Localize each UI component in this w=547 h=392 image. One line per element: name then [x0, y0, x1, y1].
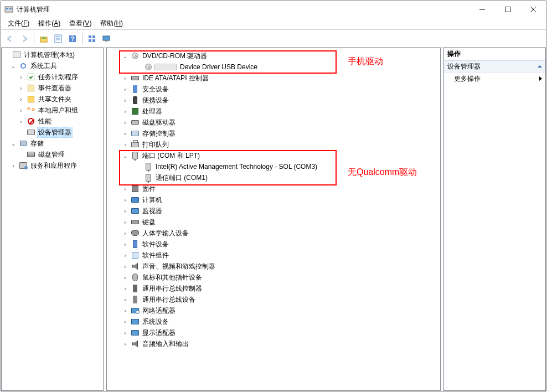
expand-icon[interactable]: › [121, 340, 129, 348]
tree-root[interactable]: 计算机管理(本地) [2, 49, 103, 60]
expand-icon[interactable]: › [121, 185, 129, 193]
expand-icon[interactable]: › [17, 106, 25, 114]
tree-disk-mgmt[interactable]: 磁盘管理 [2, 149, 103, 160]
expand-icon[interactable]: › [17, 73, 25, 81]
dev-usbdev[interactable]: › 通用串行总线设备 [109, 294, 440, 305]
expand-icon[interactable]: › [121, 218, 129, 226]
tree-local-users[interactable]: › 本地用户和组 [2, 105, 103, 116]
dev-firmware[interactable]: › 固件 [109, 183, 440, 194]
dev-keyboard[interactable]: › 键盘 [109, 216, 440, 228]
dev-mouse[interactable]: › 鼠标和其他指针设备 [109, 272, 440, 283]
expand-icon[interactable]: › [121, 96, 129, 104]
minimize-button[interactable] [469, 1, 495, 18]
expand-icon[interactable]: › [121, 74, 129, 82]
dev-monitor[interactable]: › 监视器 [109, 205, 440, 216]
dev-hid[interactable]: › 人体学输入设备 [109, 228, 440, 239]
arrow-up-icon [538, 65, 542, 68]
tree-system-tools[interactable]: ⌄ 系统工具 [2, 60, 103, 71]
dev-computer[interactable]: › 计算机 [109, 194, 440, 205]
expand-icon[interactable]: › [121, 262, 129, 270]
svg-rect-1 [6, 8, 8, 9]
expand-icon[interactable]: › [121, 251, 129, 259]
actions-context[interactable]: 设备管理器 [444, 60, 545, 73]
collapse-icon[interactable]: ⌄ [9, 140, 17, 147]
expand-icon[interactable]: › [121, 240, 129, 248]
expand-icon[interactable]: › [121, 229, 129, 237]
dev-audioio[interactable]: › 音频输入和输出 [109, 338, 440, 349]
tree-task-scheduler[interactable]: › 任务计划程序 [2, 71, 103, 82]
expand-icon[interactable]: › [121, 274, 129, 281]
expand-icon[interactable]: › [121, 118, 129, 126]
collapse-icon[interactable]: ⌄ [121, 152, 129, 159]
expand-icon[interactable]: › [121, 130, 129, 137]
expand-icon[interactable]: › [121, 329, 129, 337]
dev-usbctrl[interactable]: › 通用串行总线控制器 [109, 283, 440, 294]
dev-sw-device[interactable]: › 软件设备 [109, 239, 440, 250]
expand-icon[interactable]: › [17, 117, 25, 125]
dev-system[interactable]: › 系统设备 [109, 316, 440, 327]
dev-portable[interactable]: › 便携设备 [109, 95, 440, 106]
device-tree: ⌄ DVD/CD-ROM 驱动器 Device Driver USB Devic… [107, 48, 440, 350]
help-button[interactable]: ? [66, 32, 79, 45]
dev-display[interactable]: › 显示适配器 [109, 327, 440, 338]
expand-icon[interactable]: › [17, 84, 25, 92]
tree-services-apps[interactable]: › 服务和应用程序 [2, 160, 103, 171]
port-icon [144, 173, 153, 182]
tree-event-viewer[interactable]: › 事件查看器 [2, 82, 103, 94]
tree-shared-folders[interactable]: › 共享文件夹 [2, 94, 103, 105]
tree-performance[interactable]: › 性能 [2, 116, 103, 127]
dev-diskdrive[interactable]: › 磁盘驱动器 [109, 117, 440, 128]
dev-sw-comp[interactable]: › 软件组件 [109, 250, 440, 261]
collapse-icon[interactable]: ⌄ [121, 52, 129, 60]
storagectrl-icon [131, 129, 140, 138]
dev-ports[interactable]: ⌄ 端口 (COM 和 LPT) [109, 150, 440, 161]
properties-button[interactable] [51, 32, 65, 45]
dev-dvd-cd[interactable]: ⌄ DVD/CD-ROM 驱动器 [109, 50, 440, 61]
forward-button[interactable] [18, 32, 31, 45]
expand-icon[interactable]: › [9, 162, 17, 169]
center-pane: ⌄ DVD/CD-ROM 驱动器 Device Driver USB Devic… [106, 48, 441, 391]
right-pane: 操作 设备管理器 更多操作 [443, 48, 546, 391]
close-button[interactable] [520, 1, 546, 18]
expand-icon[interactable]: › [121, 318, 129, 326]
dev-usb-device[interactable]: Device Driver USB Device [109, 61, 440, 73]
expand-icon[interactable]: › [121, 285, 129, 292]
dev-printq[interactable]: › 打印队列 [109, 139, 440, 150]
menu-help[interactable]: 帮助(H) [96, 18, 127, 29]
expand-icon[interactable]: › [121, 207, 129, 215]
actions-more[interactable]: 更多操作 [444, 73, 545, 85]
collapse-icon[interactable]: ⌄ [9, 62, 17, 70]
maximize-button[interactable] [495, 1, 520, 18]
expand-icon[interactable]: › [121, 141, 129, 148]
app-icon [4, 5, 13, 14]
service-icon [19, 161, 28, 170]
dev-sound[interactable]: › 声音、视频和游戏控制器 [109, 261, 440, 272]
dev-ide[interactable]: › IDE ATA/ATAPI 控制器 [109, 73, 440, 84]
up-button[interactable] [37, 32, 50, 45]
menu-file[interactable]: 文件(F) [3, 18, 34, 29]
view-icons-button[interactable] [85, 32, 99, 45]
share-icon [27, 95, 35, 104]
back-button[interactable] [3, 32, 17, 45]
dev-cpu[interactable]: › 处理器 [109, 106, 440, 117]
tree-storage[interactable]: ⌄ 存储 [2, 138, 103, 149]
dev-port-sol[interactable]: Intel(R) Active Management Technology - … [109, 161, 440, 172]
expand-icon[interactable]: › [121, 107, 129, 115]
dev-security[interactable]: › 安全设备 [109, 84, 440, 95]
expand-icon[interactable]: › [121, 296, 129, 303]
expand-icon[interactable]: › [17, 95, 25, 103]
ide-icon [131, 74, 140, 82]
expand-icon[interactable]: › [121, 307, 129, 314]
menu-action[interactable]: 操作(A) [34, 18, 65, 29]
tree-device-manager[interactable]: 设备管理器 [2, 127, 103, 138]
dev-network[interactable]: › 网络适配器 [109, 305, 440, 316]
disk-icon [27, 150, 35, 159]
expand-icon[interactable]: › [121, 85, 129, 93]
usbctrl-icon [131, 284, 140, 293]
dev-storagectrl[interactable]: › 存储控制器 [109, 128, 440, 139]
menubar: 文件(F) 操作(A) 查看(V) 帮助(H) [1, 18, 546, 30]
menu-view[interactable]: 查看(V) [65, 18, 96, 29]
monitor-button[interactable] [100, 32, 113, 45]
dev-port-com1[interactable]: 通信端口 (COM1) [109, 172, 440, 183]
expand-icon[interactable]: › [121, 196, 129, 204]
